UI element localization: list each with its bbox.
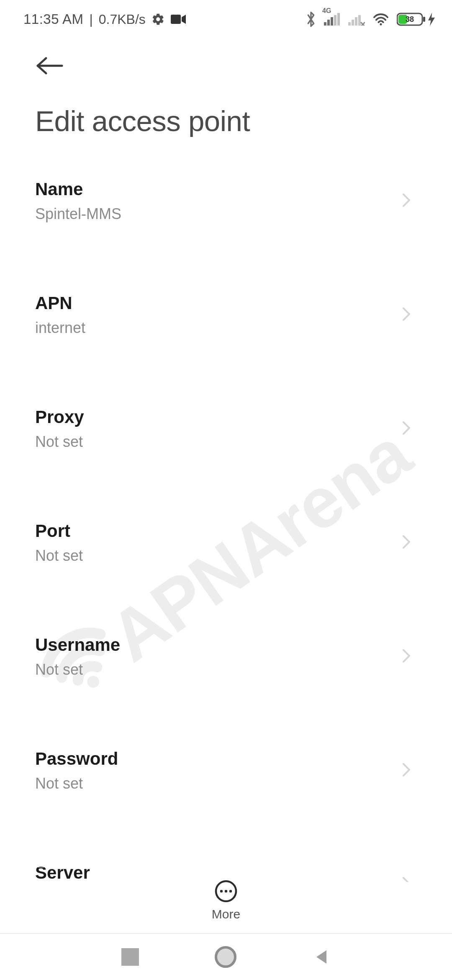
status-left: 11:35 AM | 0.7KB/s [23,11,186,27]
setting-row-apn[interactable]: APNinternet [7,276,445,354]
status-bar: 11:35 AM | 0.7KB/s 4G 38 [0,0,452,39]
svg-rect-1 [324,22,326,26]
back-button[interactable] [35,55,64,78]
setting-row-password[interactable]: PasswordNot set [7,731,445,810]
battery-indicator: 38 [397,12,435,26]
chevron-right-icon [401,647,412,666]
gear-icon [152,13,165,26]
setting-value: Not set [35,547,83,565]
bolt-icon [428,13,435,26]
setting-label: Username [35,635,120,655]
chevron-right-icon [401,534,412,552]
page-title: Edit access point [35,105,417,138]
camera-icon [171,14,186,25]
svg-rect-5 [337,13,340,26]
chevron-right-icon [401,192,412,210]
setting-value: Not set [35,775,118,792]
network-badge: 4G [322,7,331,15]
setting-value: Not set [35,433,84,451]
status-data-rate: 0.7KB/s [99,12,146,27]
svg-rect-7 [352,20,354,26]
bluetooth-icon [306,11,316,28]
setting-value: Spintel-MMS [35,205,121,223]
nav-home-button[interactable] [215,946,236,968]
setting-label: Port [35,521,83,541]
more-icon [214,879,238,903]
wifi-icon [372,13,389,26]
nav-recents-button[interactable] [121,948,139,966]
setting-value: Not set [35,661,120,678]
svg-rect-8 [355,17,357,26]
setting-row-proxy[interactable]: ProxyNot set [7,389,445,468]
setting-row-name[interactable]: NameSpintel-MMS [7,162,445,240]
svg-point-19 [229,890,232,892]
chevron-right-icon [401,420,412,438]
svg-rect-6 [348,22,351,26]
status-right: 4G 38 [306,11,435,28]
svg-point-18 [225,890,227,892]
chevron-right-icon [401,306,412,324]
settings-list: NameSpintel-MMSAPNinternetProxyNot setPo… [0,162,452,882]
battery-percent: 38 [406,15,414,23]
svg-point-17 [220,890,223,892]
setting-label: Name [35,179,121,199]
header: Edit access point [0,39,452,142]
system-nav-bar [0,934,452,980]
setting-value: internet [35,319,85,337]
chevron-right-icon [401,761,412,780]
svg-rect-13 [423,17,425,22]
signal-4g-icon: 4G [324,13,341,26]
svg-point-10 [380,23,382,25]
setting-label: APN [35,293,85,313]
more-label: More [212,907,240,921]
signal-secondary-icon [348,13,365,26]
setting-label: Password [35,749,118,769]
svg-rect-4 [334,15,336,26]
setting-label: Proxy [35,407,84,427]
status-time: 11:35 AM [23,11,83,27]
setting-row-username[interactable]: UsernameNot set [7,617,445,696]
svg-rect-0 [171,15,181,24]
footer-more-button[interactable]: More [0,867,452,934]
status-separator: | [89,12,92,27]
svg-rect-3 [331,17,333,26]
svg-rect-9 [358,15,361,26]
svg-rect-2 [327,20,330,26]
nav-back-button[interactable] [312,948,331,966]
setting-row-port[interactable]: PortNot set [7,503,445,582]
